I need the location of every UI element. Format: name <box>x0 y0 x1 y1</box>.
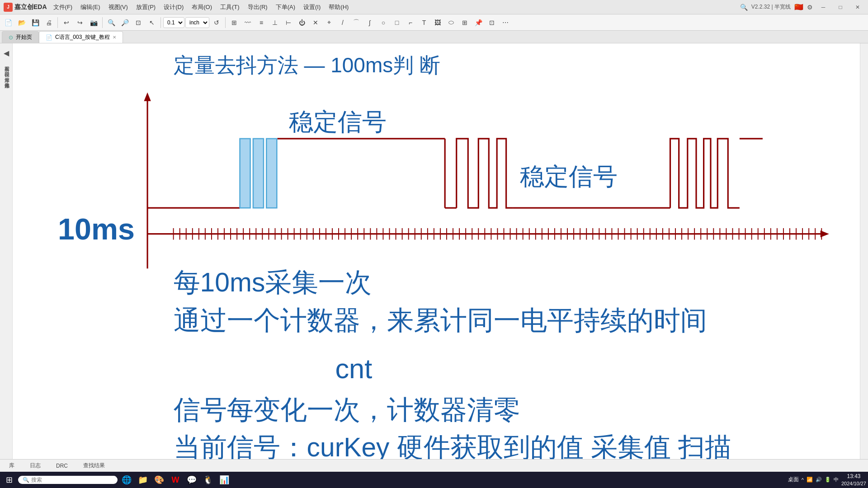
menu-order[interactable]: 下单(A) <box>272 2 299 12</box>
table-button[interactable]: ⊞ <box>458 16 471 29</box>
input-method[interactable]: 中 <box>834 476 839 483</box>
taskbar: ⊞ 🔍 🌐 📁 🎨 W 💬 🐧 📊 桌面 ^ 📶 🔊 🔋 中 13:43 202… <box>0 472 868 488</box>
wire-button[interactable]: 〰 <box>241 16 254 29</box>
bottom-panel: 库 日志 DRC 查找结果 <box>0 459 868 472</box>
taskbar-browser[interactable]: 🌐 <box>119 473 134 487</box>
menu-help[interactable]: 帮助(H) <box>325 2 352 12</box>
redo-button[interactable]: ↪ <box>74 16 86 29</box>
menu-place[interactable]: 放置(P) <box>132 2 159 12</box>
menu-export[interactable]: 导出(R) <box>244 2 271 12</box>
label-button[interactable]: ⊢ <box>282 16 295 29</box>
tray-battery[interactable]: 🔋 <box>825 477 831 483</box>
bezier-button[interactable]: ∫ <box>363 16 376 29</box>
tab-home[interactable]: ⊙ 开始页 <box>2 31 39 43</box>
menu-edit[interactable]: 编辑(E) <box>77 2 104 12</box>
tab-close-button[interactable]: ✕ <box>113 35 116 40</box>
zoom-select[interactable]: 0.1 0.5 1.0 <box>163 17 184 28</box>
power-button[interactable]: ⏻ <box>296 16 308 29</box>
tray-sound[interactable]: 🔊 <box>816 477 822 483</box>
unit-select[interactable]: inch mm mil <box>185 17 209 28</box>
bottom-tab-log[interactable]: 日志 <box>23 461 48 470</box>
svg-rect-110 <box>266 139 277 208</box>
ellipse-button[interactable]: ⬭ <box>445 16 458 29</box>
text-reset: 信号每变化一次，计数器清零 <box>174 395 520 424</box>
print-button[interactable]: 🖨 <box>42 16 55 29</box>
new-button[interactable]: 📄 <box>2 16 14 29</box>
menu-tools[interactable]: 工具(T) <box>217 2 243 12</box>
taskbar-explorer[interactable]: 📁 <box>136 473 150 487</box>
no-connect[interactable]: ✕ <box>309 16 322 29</box>
tab-tutorial[interactable]: 📄 C语言_003_按键_教程 ✕ <box>39 31 123 43</box>
menu-view[interactable]: 视图(V) <box>105 2 132 12</box>
date-display: 2024/10/27 <box>841 480 866 487</box>
tray-expand[interactable]: ^ <box>802 477 804 483</box>
more-button[interactable]: ⋯ <box>499 16 512 29</box>
text-curkey: 当前信号：curKey 硬件获取到的值 采集值 扫描 <box>174 432 732 459</box>
10ms-label: 10ms <box>58 212 135 246</box>
desktop-label[interactable]: 桌面 <box>788 476 799 483</box>
pin-button[interactable]: 📌 <box>472 16 485 29</box>
sidebar-project-design[interactable]: 工程设计 <box>1 66 11 70</box>
sidebar-component-lib[interactable]: 器件库准化 <box>1 77 11 81</box>
zoom-in-button[interactable]: 🔍 <box>105 16 118 29</box>
component-button[interactable]: ⊡ <box>486 16 498 29</box>
settings-icon[interactable]: ⚙ <box>807 4 813 11</box>
svg-rect-109 <box>253 139 264 208</box>
probe-button[interactable]: ⌖ <box>323 16 335 29</box>
tutorial-tab-label: C语言_003_按键_教程 <box>55 33 110 41</box>
flag-icon: 🇨🇳 <box>794 3 803 11</box>
time-display: 13:43 <box>841 473 866 480</box>
menu-file[interactable]: 文件(F) <box>50 2 76 12</box>
bottom-tab-lib[interactable]: 库 <box>2 461 22 470</box>
separator1 <box>57 17 58 28</box>
tray-network[interactable]: 📶 <box>807 477 813 483</box>
stable-label-1: 稳定信号 <box>289 108 387 135</box>
refresh-button[interactable]: ↺ <box>210 16 223 29</box>
fit-view-button[interactable]: ⊡ <box>132 16 145 29</box>
maximize-button[interactable]: □ <box>834 3 847 12</box>
sidebar-common-lib[interactable]: 常用库 <box>1 72 11 75</box>
start-button[interactable]: ⊞ <box>2 473 16 487</box>
image-button[interactable]: 🖼 <box>431 16 444 29</box>
open-button[interactable]: 📂 <box>15 16 28 29</box>
bus-button[interactable]: ≡ <box>255 16 268 29</box>
clock[interactable]: 13:43 2024/10/27 <box>841 473 866 487</box>
circle-button[interactable]: ○ <box>377 16 390 29</box>
line-button[interactable]: / <box>336 16 349 29</box>
taskbar-paint[interactable]: 🎨 <box>152 473 166 487</box>
taskbar-app1[interactable]: 🐧 <box>201 473 215 487</box>
minimize-button[interactable]: ─ <box>816 3 830 12</box>
screenshot-button[interactable]: 📷 <box>87 16 100 29</box>
canvas-area[interactable]: 定量去抖方法 — 100ms判 断 <box>13 43 860 459</box>
sidebar-btn-collapse[interactable]: ◀ <box>1 47 11 59</box>
taskbar-search-input[interactable] <box>31 477 113 483</box>
menu-design[interactable]: 设计(D) <box>160 2 187 12</box>
logo-icon: J <box>4 3 13 12</box>
save-button[interactable]: 💾 <box>29 16 42 29</box>
taskbar-search[interactable]: 🔍 <box>18 476 118 484</box>
taskbar-app2[interactable]: 📊 <box>217 473 231 487</box>
corner-button[interactable]: ⌐ <box>404 16 417 29</box>
menu-bar: 文件(F) 编辑(E) 视图(V) 放置(P) 设计(D) 布局(O) 工具(T… <box>50 2 353 12</box>
taskbar-wechat[interactable]: 💬 <box>184 473 199 487</box>
bottom-tab-find[interactable]: 查找结果 <box>76 461 112 470</box>
rect-button[interactable]: □ <box>391 16 403 29</box>
tabbar: ⊙ 开始页 📄 C语言_003_按键_教程 ✕ <box>0 31 868 43</box>
taskbar-wps[interactable]: W <box>168 473 183 487</box>
zoom-out-button[interactable]: 🔎 <box>118 16 131 29</box>
undo-button[interactable]: ↩ <box>60 16 73 29</box>
bottom-tab-drc[interactable]: DRC <box>49 462 75 470</box>
titlebar-right: 🔍 V2.2.32 | 半宽线 🇨🇳 ⚙ ─ □ ✕ <box>740 3 864 12</box>
menu-settings[interactable]: 设置(I) <box>300 2 324 12</box>
arc-button[interactable]: ⌒ <box>350 16 363 29</box>
junction-button[interactable]: ⊥ <box>269 16 281 29</box>
sidebar-all-projects[interactable]: 所有工程 <box>1 61 11 65</box>
align-button[interactable]: ⊞ <box>228 16 241 29</box>
left-sidebar: ◀ 所有工程 工程设计 常用库 器件库准化 <box>0 43 13 459</box>
menu-layout[interactable]: 布局(O) <box>188 2 216 12</box>
search-icon[interactable]: 🔍 <box>740 4 748 11</box>
select-button[interactable]: ↖ <box>146 16 158 29</box>
separator2 <box>102 17 103 28</box>
text-button[interactable]: T <box>418 16 430 29</box>
close-button[interactable]: ✕ <box>851 3 864 12</box>
